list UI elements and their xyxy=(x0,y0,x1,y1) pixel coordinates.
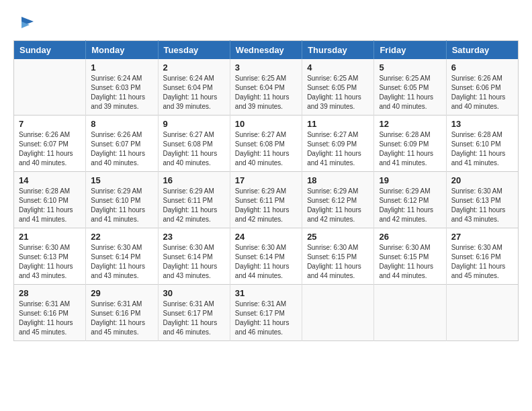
calendar-cell: 10Sunrise: 6:27 AM Sunset: 6:08 PM Dayli… xyxy=(230,116,302,172)
calendar-cell: 1Sunrise: 6:24 AM Sunset: 6:03 PM Daylig… xyxy=(86,59,158,116)
calendar-cell: 21Sunrise: 6:30 AM Sunset: 6:13 PM Dayli… xyxy=(14,228,86,285)
day-number: 16 xyxy=(163,175,225,185)
calendar-cell: 3Sunrise: 6:25 AM Sunset: 6:04 PM Daylig… xyxy=(230,59,302,116)
day-info: Sunrise: 6:28 AM Sunset: 6:10 PM Dayligh… xyxy=(451,130,513,168)
day-info: Sunrise: 6:30 AM Sunset: 6:14 PM Dayligh… xyxy=(235,243,297,281)
day-number: 15 xyxy=(91,175,152,185)
day-number: 18 xyxy=(307,175,369,185)
day-number: 1 xyxy=(91,62,152,73)
calendar-cell: 27Sunrise: 6:30 AM Sunset: 6:16 PM Dayli… xyxy=(446,228,518,285)
calendar-cell xyxy=(14,59,86,116)
day-number: 9 xyxy=(163,119,225,129)
day-number: 26 xyxy=(379,232,441,242)
day-number: 21 xyxy=(19,232,81,242)
weekday-header-thursday: Thursday xyxy=(302,41,374,60)
day-number: 29 xyxy=(91,288,152,298)
calendar-cell: 2Sunrise: 6:24 AM Sunset: 6:04 PM Daylig… xyxy=(158,59,230,116)
calendar-cell: 14Sunrise: 6:28 AM Sunset: 6:10 PM Dayli… xyxy=(14,172,86,228)
day-number: 19 xyxy=(379,175,441,185)
calendar-cell: 28Sunrise: 6:31 AM Sunset: 6:16 PM Dayli… xyxy=(14,285,86,341)
weekday-header-sunday: Sunday xyxy=(14,41,86,60)
day-number: 24 xyxy=(235,232,297,242)
weekday-header-wednesday: Wednesday xyxy=(230,41,302,60)
day-number: 31 xyxy=(235,288,297,298)
day-info: Sunrise: 6:30 AM Sunset: 6:15 PM Dayligh… xyxy=(307,243,369,281)
day-number: 20 xyxy=(451,175,513,185)
calendar-cell: 13Sunrise: 6:28 AM Sunset: 6:10 PM Dayli… xyxy=(446,116,518,172)
calendar-cell xyxy=(374,285,446,341)
day-info: Sunrise: 6:29 AM Sunset: 6:12 PM Dayligh… xyxy=(379,187,441,224)
calendar-cell: 18Sunrise: 6:29 AM Sunset: 6:12 PM Dayli… xyxy=(302,172,374,228)
day-number: 6 xyxy=(451,62,513,73)
calendar-week-1: 7Sunrise: 6:26 AM Sunset: 6:07 PM Daylig… xyxy=(14,116,519,172)
calendar-cell: 15Sunrise: 6:29 AM Sunset: 6:10 PM Dayli… xyxy=(86,172,158,228)
day-number: 3 xyxy=(235,62,297,73)
weekday-header-monday: Monday xyxy=(86,41,158,60)
day-number: 4 xyxy=(307,62,369,73)
calendar-cell: 23Sunrise: 6:30 AM Sunset: 6:14 PM Dayli… xyxy=(158,228,230,285)
day-info: Sunrise: 6:27 AM Sunset: 6:09 PM Dayligh… xyxy=(307,130,369,168)
day-info: Sunrise: 6:25 AM Sunset: 6:05 PM Dayligh… xyxy=(379,74,441,111)
calendar-cell: 6Sunrise: 6:26 AM Sunset: 6:06 PM Daylig… xyxy=(446,59,518,116)
day-number: 27 xyxy=(451,232,513,242)
calendar-week-4: 28Sunrise: 6:31 AM Sunset: 6:16 PM Dayli… xyxy=(14,285,519,341)
day-info: Sunrise: 6:24 AM Sunset: 6:04 PM Dayligh… xyxy=(163,74,225,111)
calendar-cell: 29Sunrise: 6:31 AM Sunset: 6:16 PM Dayli… xyxy=(86,285,158,341)
day-info: Sunrise: 6:26 AM Sunset: 6:06 PM Dayligh… xyxy=(451,74,513,111)
page-header xyxy=(13,13,519,34)
day-info: Sunrise: 6:30 AM Sunset: 6:14 PM Dayligh… xyxy=(91,243,152,281)
day-number: 22 xyxy=(91,232,152,242)
day-info: Sunrise: 6:24 AM Sunset: 6:03 PM Dayligh… xyxy=(91,74,152,111)
day-number: 2 xyxy=(163,62,225,73)
day-info: Sunrise: 6:29 AM Sunset: 6:11 PM Dayligh… xyxy=(235,187,297,224)
day-number: 28 xyxy=(19,288,81,298)
calendar-week-3: 21Sunrise: 6:30 AM Sunset: 6:13 PM Dayli… xyxy=(14,228,519,285)
day-info: Sunrise: 6:25 AM Sunset: 6:04 PM Dayligh… xyxy=(235,74,297,111)
day-info: Sunrise: 6:26 AM Sunset: 6:07 PM Dayligh… xyxy=(91,130,152,168)
calendar-cell: 9Sunrise: 6:27 AM Sunset: 6:08 PM Daylig… xyxy=(158,116,230,172)
calendar-cell: 26Sunrise: 6:30 AM Sunset: 6:15 PM Dayli… xyxy=(374,228,446,285)
day-number: 25 xyxy=(307,232,369,242)
day-info: Sunrise: 6:30 AM Sunset: 6:16 PM Dayligh… xyxy=(451,243,513,281)
calendar-cell: 25Sunrise: 6:30 AM Sunset: 6:15 PM Dayli… xyxy=(302,228,374,285)
logo-icon xyxy=(15,13,35,34)
calendar-cell: 12Sunrise: 6:28 AM Sunset: 6:09 PM Dayli… xyxy=(374,116,446,172)
day-info: Sunrise: 6:31 AM Sunset: 6:16 PM Dayligh… xyxy=(91,300,152,337)
day-info: Sunrise: 6:27 AM Sunset: 6:08 PM Dayligh… xyxy=(235,130,297,168)
calendar-cell: 17Sunrise: 6:29 AM Sunset: 6:11 PM Dayli… xyxy=(230,172,302,228)
day-number: 30 xyxy=(163,288,225,298)
logo xyxy=(13,13,35,34)
weekday-row: SundayMondayTuesdayWednesdayThursdayFrid… xyxy=(14,41,519,60)
day-info: Sunrise: 6:29 AM Sunset: 6:11 PM Dayligh… xyxy=(163,187,225,224)
calendar-cell: 22Sunrise: 6:30 AM Sunset: 6:14 PM Dayli… xyxy=(86,228,158,285)
day-info: Sunrise: 6:25 AM Sunset: 6:05 PM Dayligh… xyxy=(307,74,369,111)
calendar-cell: 7Sunrise: 6:26 AM Sunset: 6:07 PM Daylig… xyxy=(14,116,86,172)
calendar-week-0: 1Sunrise: 6:24 AM Sunset: 6:03 PM Daylig… xyxy=(14,59,519,116)
calendar-cell xyxy=(302,285,374,341)
day-number: 17 xyxy=(235,175,297,185)
day-number: 8 xyxy=(91,119,152,129)
calendar-cell: 11Sunrise: 6:27 AM Sunset: 6:09 PM Dayli… xyxy=(302,116,374,172)
calendar-cell: 19Sunrise: 6:29 AM Sunset: 6:12 PM Dayli… xyxy=(374,172,446,228)
day-number: 10 xyxy=(235,119,297,129)
day-info: Sunrise: 6:28 AM Sunset: 6:10 PM Dayligh… xyxy=(19,187,81,224)
calendar-cell: 5Sunrise: 6:25 AM Sunset: 6:05 PM Daylig… xyxy=(374,59,446,116)
day-info: Sunrise: 6:31 AM Sunset: 6:17 PM Dayligh… xyxy=(163,300,225,337)
calendar-header: SundayMondayTuesdayWednesdayThursdayFrid… xyxy=(14,41,519,60)
day-number: 5 xyxy=(379,62,441,73)
calendar-cell: 4Sunrise: 6:25 AM Sunset: 6:05 PM Daylig… xyxy=(302,59,374,116)
day-info: Sunrise: 6:30 AM Sunset: 6:13 PM Dayligh… xyxy=(19,243,81,281)
calendar-cell: 31Sunrise: 6:31 AM Sunset: 6:17 PM Dayli… xyxy=(230,285,302,341)
day-number: 11 xyxy=(307,119,369,129)
weekday-header-tuesday: Tuesday xyxy=(158,41,230,60)
calendar-cell: 20Sunrise: 6:30 AM Sunset: 6:13 PM Dayli… xyxy=(446,172,518,228)
weekday-header-friday: Friday xyxy=(374,41,446,60)
day-number: 14 xyxy=(19,175,81,185)
day-info: Sunrise: 6:29 AM Sunset: 6:12 PM Dayligh… xyxy=(307,187,369,224)
day-info: Sunrise: 6:27 AM Sunset: 6:08 PM Dayligh… xyxy=(163,130,225,168)
calendar-body: 1Sunrise: 6:24 AM Sunset: 6:03 PM Daylig… xyxy=(14,59,519,341)
day-number: 7 xyxy=(19,119,81,129)
day-info: Sunrise: 6:29 AM Sunset: 6:10 PM Dayligh… xyxy=(91,187,152,224)
day-number: 12 xyxy=(379,119,441,129)
calendar-cell: 30Sunrise: 6:31 AM Sunset: 6:17 PM Dayli… xyxy=(158,285,230,341)
